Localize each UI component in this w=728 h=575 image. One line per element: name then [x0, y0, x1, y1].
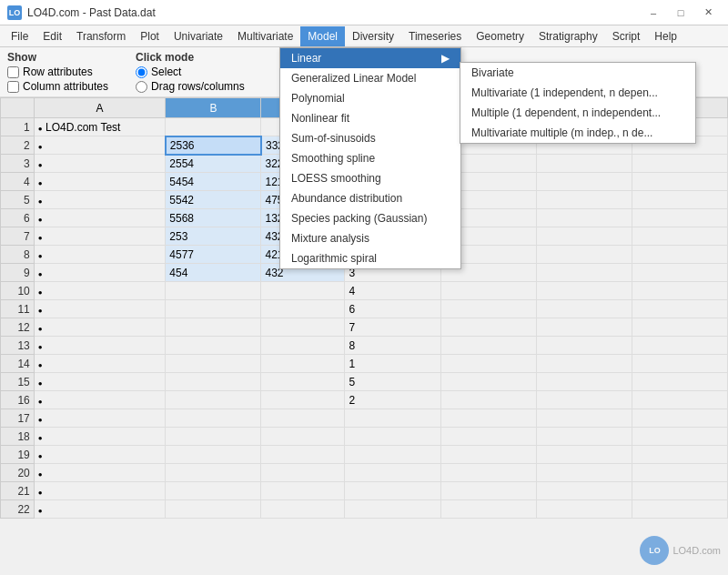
cell-f[interactable] [536, 246, 632, 264]
cell-a[interactable]: ● [34, 337, 166, 355]
cell-a[interactable]: ● [34, 282, 166, 300]
cell-b[interactable] [166, 446, 261, 464]
model-mixture[interactable]: Mixture analysis [280, 228, 460, 248]
cell-f[interactable] [536, 337, 632, 355]
model-abundance[interactable]: Abundance distribution [280, 188, 460, 208]
cell-c[interactable] [261, 337, 345, 355]
cell-f[interactable] [536, 464, 632, 482]
cell-f[interactable] [536, 446, 632, 464]
close-button[interactable]: ✕ [695, 4, 721, 22]
cell-f[interactable] [536, 227, 632, 246]
cell-c[interactable] [261, 282, 345, 300]
menu-transform[interactable]: Transform [69, 26, 133, 46]
cell-e[interactable] [440, 337, 536, 355]
menu-file[interactable]: File [4, 26, 35, 46]
cell-g[interactable] [632, 500, 727, 519]
cell-b[interactable] [166, 428, 261, 446]
cell-f[interactable] [536, 209, 632, 227]
cell-a[interactable]: ● [34, 355, 166, 373]
cell-a[interactable]: ● [34, 136, 166, 155]
menu-model[interactable]: Model [300, 26, 345, 46]
menu-help[interactable]: Help [647, 26, 684, 46]
cell-g[interactable] [632, 191, 727, 209]
cell-b[interactable] [166, 355, 261, 373]
cell-d[interactable]: 8 [345, 337, 440, 355]
cell-e[interactable] [440, 355, 536, 373]
cell-g[interactable] [632, 355, 727, 373]
cell-c[interactable] [261, 318, 345, 337]
menu-plot[interactable]: Plot [133, 26, 167, 46]
cell-d[interactable] [345, 482, 440, 500]
cell-a[interactable]: ● [34, 155, 166, 173]
cell-a[interactable]: ● [34, 300, 166, 318]
cell-g[interactable] [632, 300, 727, 318]
cell-c[interactable] [261, 464, 345, 482]
cell-a[interactable]: ● [34, 373, 166, 391]
cell-b[interactable]: 2536 [166, 136, 261, 155]
cell-b[interactable]: 5542 [166, 191, 261, 209]
model-logarithmic[interactable]: Logarithmic spiral [280, 248, 460, 268]
cell-g[interactable] [632, 391, 727, 409]
cell-g[interactable] [632, 264, 727, 282]
cell-b[interactable] [166, 391, 261, 409]
linear-multiple[interactable]: Multiple (1 dependent, n independent... [460, 103, 695, 123]
cell-f[interactable] [536, 391, 632, 409]
linear-multivariate-multiple[interactable]: Multivariate multiple (m indep., n de... [460, 123, 695, 143]
menu-script[interactable]: Script [605, 26, 648, 46]
cell-a[interactable]: ● [34, 318, 166, 337]
cell-a[interactable]: ● LO4D.com Test [34, 118, 166, 136]
cell-a[interactable]: ● [34, 227, 166, 246]
cell-f[interactable] [536, 500, 632, 519]
linear-multivariate[interactable]: Multivariate (1 independent, n depen... [460, 83, 695, 103]
cell-g[interactable] [632, 318, 727, 337]
cell-d[interactable] [345, 428, 440, 446]
cell-f[interactable] [536, 264, 632, 282]
cell-e[interactable] [440, 409, 536, 428]
cell-f[interactable] [536, 355, 632, 373]
menu-timeseries[interactable]: Timeseries [401, 26, 469, 46]
cell-a[interactable]: ● [34, 391, 166, 409]
col-header-b[interactable]: B [166, 98, 261, 118]
cell-d[interactable] [345, 409, 440, 428]
cell-a[interactable]: ● [34, 246, 166, 264]
cell-c[interactable] [261, 446, 345, 464]
model-nonlinear-fit[interactable]: Nonlinear fit [280, 108, 460, 128]
cell-b[interactable]: 253 [166, 227, 261, 246]
cell-a[interactable]: ● [34, 428, 166, 446]
cell-d[interactable]: 4 [345, 282, 440, 300]
cell-e[interactable] [440, 300, 536, 318]
model-linear[interactable]: Linear ▶ [280, 48, 460, 68]
cell-b[interactable]: 4577 [166, 246, 261, 264]
menu-edit[interactable]: Edit [35, 26, 69, 46]
menu-geometry[interactable]: Geometry [469, 26, 531, 46]
cell-f[interactable] [536, 191, 632, 209]
cell-g[interactable] [632, 409, 727, 428]
cell-b[interactable]: 2554 [166, 155, 261, 173]
cell-d[interactable]: 6 [345, 300, 440, 318]
cell-d[interactable]: 7 [345, 318, 440, 337]
cell-a[interactable]: ● [34, 209, 166, 227]
cell-c[interactable] [261, 500, 345, 519]
cell-g[interactable] [632, 209, 727, 227]
row-attributes-checkbox[interactable] [7, 66, 19, 78]
cell-b[interactable]: 5568 [166, 209, 261, 227]
cell-d[interactable] [345, 464, 440, 482]
cell-g[interactable] [632, 446, 727, 464]
cell-f[interactable] [536, 173, 632, 191]
cell-f[interactable] [536, 482, 632, 500]
cell-g[interactable] [632, 464, 727, 482]
drag-radio[interactable] [136, 81, 147, 93]
cell-d[interactable] [345, 500, 440, 519]
cell-g[interactable] [632, 155, 727, 173]
cell-e[interactable] [440, 446, 536, 464]
maximize-button[interactable]: □ [668, 4, 693, 22]
col-header-a[interactable]: A [34, 98, 166, 118]
cell-e[interactable] [440, 391, 536, 409]
cell-a[interactable]: ● [34, 446, 166, 464]
model-polynomial[interactable]: Polynomial [280, 88, 460, 108]
cell-g[interactable] [632, 337, 727, 355]
cell-b[interactable]: 454 [166, 264, 261, 282]
cell-b[interactable] [166, 337, 261, 355]
cell-c[interactable] [261, 391, 345, 409]
menu-multivariate[interactable]: Multivariate [230, 26, 300, 46]
